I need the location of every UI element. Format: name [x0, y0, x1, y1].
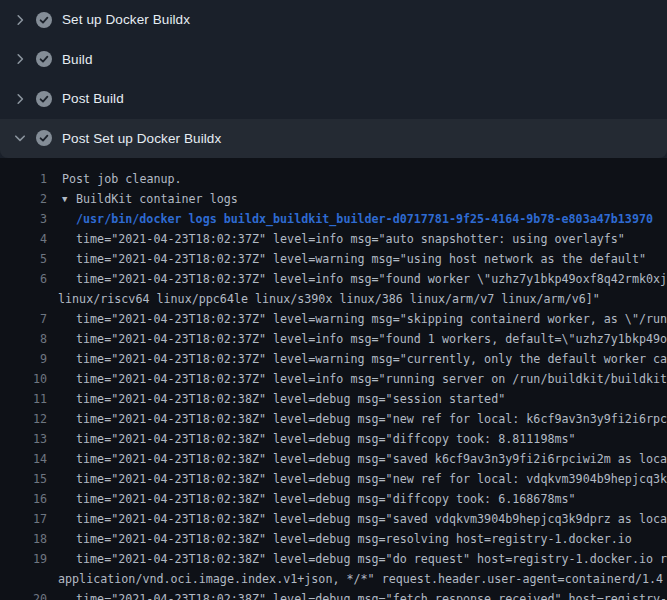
log-line: 11time="2021-04-23T18:02:38Z" level=debu… — [0, 389, 667, 409]
line-number[interactable]: 17 — [0, 509, 47, 529]
step-header-post-set-up-docker-buildx[interactable]: Post Set up Docker Buildx — [0, 119, 667, 159]
log-line: 8time="2021-04-23T18:02:37Z" level=info … — [0, 329, 667, 349]
check-circle-icon — [36, 91, 52, 107]
log-command-text: /usr/bin/docker logs buildx_buildkit_bui… — [76, 209, 653, 229]
log-text: time="2021-04-23T18:02:38Z" level=debug … — [76, 589, 667, 600]
log-line: linux/riscv64 linux/ppc64le linux/s390x … — [0, 289, 667, 309]
log-text: time="2021-04-23T18:02:38Z" level=debug … — [76, 549, 667, 569]
log-line: 18time="2021-04-23T18:02:38Z" level=debu… — [0, 529, 667, 549]
log-text: time="2021-04-23T18:02:38Z" level=debug … — [76, 429, 576, 449]
log-line: 9time="2021-04-23T18:02:37Z" level=warni… — [0, 349, 667, 369]
step-header-set-up-docker-buildx[interactable]: Set up Docker Buildx — [0, 0, 667, 40]
line-number[interactable]: 20 — [0, 589, 47, 600]
line-number[interactable]: 4 — [0, 229, 47, 249]
log-line: 3/usr/bin/docker logs buildx_buildkit_bu… — [0, 209, 667, 229]
log-text: time="2021-04-23T18:02:38Z" level=debug … — [76, 449, 667, 469]
log-text: time="2021-04-23T18:02:38Z" level=debug … — [76, 469, 667, 489]
line-number[interactable]: 6 — [0, 269, 47, 289]
log-line: 16time="2021-04-23T18:02:38Z" level=debu… — [0, 489, 667, 509]
steps-list: Set up Docker BuildxBuildPost BuildPost … — [0, 0, 667, 158]
line-number[interactable]: 7 — [0, 309, 47, 329]
line-number[interactable]: 10 — [0, 369, 47, 389]
log-line: 14time="2021-04-23T18:02:38Z" level=debu… — [0, 449, 667, 469]
step-title: Build — [62, 52, 93, 67]
step-title: Post Build — [62, 91, 124, 106]
step-header-post-build[interactable]: Post Build — [0, 79, 667, 119]
log-line: 5time="2021-04-23T18:02:37Z" level=warni… — [0, 249, 667, 269]
log-text: time="2021-04-23T18:02:37Z" level=warnin… — [76, 249, 646, 269]
log-text: application/vnd.oci.image.index.v1+json,… — [58, 569, 663, 589]
log-area[interactable]: 1Post job cleanup.2▼BuildKit container l… — [0, 158, 667, 600]
chevron-down-icon[interactable] — [12, 130, 28, 146]
log-line: 20time="2021-04-23T18:02:38Z" level=debu… — [0, 589, 667, 600]
log-line: 12time="2021-04-23T18:02:38Z" level=debu… — [0, 409, 667, 429]
line-number[interactable]: 16 — [0, 489, 47, 509]
log-text: BuildKit container logs — [76, 189, 238, 209]
log-line: 13time="2021-04-23T18:02:38Z" level=debu… — [0, 429, 667, 449]
chevron-right-icon[interactable] — [12, 91, 28, 107]
log-text: time="2021-04-23T18:02:37Z" level=info m… — [76, 269, 667, 289]
step-title: Set up Docker Buildx — [62, 12, 190, 27]
log-line: 7time="2021-04-23T18:02:37Z" level=warni… — [0, 309, 667, 329]
line-number[interactable]: 8 — [0, 329, 47, 349]
log-text: time="2021-04-23T18:02:38Z" level=debug … — [76, 409, 667, 429]
step-title: Post Set up Docker Buildx — [62, 131, 221, 146]
line-number[interactable]: 15 — [0, 469, 47, 489]
log-text: linux/riscv64 linux/ppc64le linux/s390x … — [58, 289, 600, 309]
log-line: 19time="2021-04-23T18:02:38Z" level=debu… — [0, 549, 667, 569]
log-text: time="2021-04-23T18:02:38Z" level=debug … — [76, 509, 667, 529]
log-text: time="2021-04-23T18:02:38Z" level=debug … — [76, 529, 632, 549]
line-number[interactable]: 19 — [0, 549, 47, 569]
log-text: time="2021-04-23T18:02:38Z" level=debug … — [76, 389, 505, 409]
log-text: time="2021-04-23T18:02:37Z" level=warnin… — [76, 349, 667, 369]
log-text: time="2021-04-23T18:02:37Z" level=warnin… — [76, 309, 667, 329]
line-number[interactable]: 3 — [0, 209, 47, 229]
line-number[interactable]: 2 — [0, 189, 47, 209]
log-line: 6time="2021-04-23T18:02:37Z" level=info … — [0, 269, 667, 289]
log-text: time="2021-04-23T18:02:38Z" level=debug … — [76, 489, 576, 509]
line-number[interactable]: 11 — [0, 389, 47, 409]
log-line: 2▼BuildKit container logs — [0, 189, 667, 209]
line-number[interactable]: 1 — [0, 169, 47, 189]
chevron-right-icon[interactable] — [12, 51, 28, 67]
line-number[interactable]: 18 — [0, 529, 47, 549]
log-line: 15time="2021-04-23T18:02:38Z" level=debu… — [0, 469, 667, 489]
log-text: time="2021-04-23T18:02:37Z" level=info m… — [76, 369, 667, 389]
step-header-build[interactable]: Build — [0, 40, 667, 80]
log-line: application/vnd.oci.image.index.v1+json,… — [0, 569, 667, 589]
log-line: 1Post job cleanup. — [0, 169, 667, 189]
log-text: time="2021-04-23T18:02:37Z" level=info m… — [76, 329, 667, 349]
collapse-triangle-icon[interactable]: ▼ — [62, 189, 67, 209]
line-number[interactable]: 13 — [0, 429, 47, 449]
check-circle-icon — [36, 130, 52, 146]
line-number[interactable]: 14 — [0, 449, 47, 469]
log-line: 10time="2021-04-23T18:02:37Z" level=info… — [0, 369, 667, 389]
check-circle-icon — [36, 51, 52, 67]
line-number[interactable]: 9 — [0, 349, 47, 369]
line-number[interactable]: 5 — [0, 249, 47, 269]
line-number[interactable]: 12 — [0, 409, 47, 429]
check-circle-icon — [36, 12, 52, 28]
log-line: 17time="2021-04-23T18:02:38Z" level=debu… — [0, 509, 667, 529]
chevron-right-icon[interactable] — [12, 12, 28, 28]
log-line: 4time="2021-04-23T18:02:37Z" level=info … — [0, 229, 667, 249]
log-text: time="2021-04-23T18:02:37Z" level=info m… — [76, 229, 625, 249]
log-text: Post job cleanup. — [62, 169, 182, 189]
